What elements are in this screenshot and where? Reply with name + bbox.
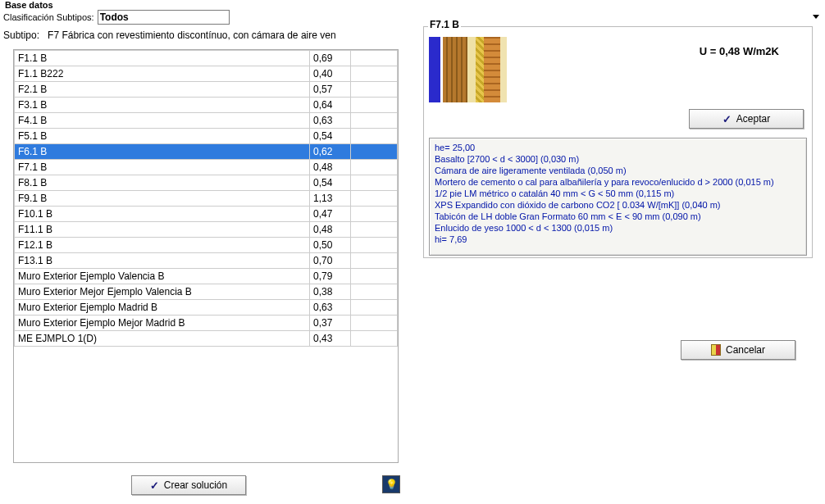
row-name: F3.1 B	[15, 98, 310, 113]
table-row[interactable]: F5.1 B0,54	[15, 129, 398, 144]
row-value: 0,54	[310, 175, 351, 191]
table-row[interactable]: Muro Exterior Ejemplo Mejor Madrid B0,37	[15, 316, 398, 331]
subtipo-text: F7 Fábrica con revestimiento discontínuo…	[48, 30, 336, 41]
row-value: 0,63	[310, 113, 351, 129]
row-value: 0,48	[310, 222, 351, 238]
table-row[interactable]: F4.1 B0,63	[15, 113, 398, 129]
aceptar-label: Aceptar	[736, 113, 770, 125]
table-row[interactable]: F11.1 B0,48	[15, 222, 398, 238]
row-name: Muro Exterior Ejemplo Valencia B	[15, 269, 310, 284]
table-row[interactable]: F8.1 B0,54	[15, 175, 398, 191]
table-row[interactable]: Muro Exterior Mejor Ejemplo Valencia B0,…	[15, 284, 398, 300]
wall-section-thumbnail	[429, 37, 507, 102]
table-row[interactable]: F9.1 B1,13	[15, 191, 398, 207]
row-name: Muro Exterior Ejemplo Mejor Madrid B	[15, 316, 310, 331]
layer-line: XPS Expandido con dióxido de carbono CO2…	[435, 199, 801, 211]
lightbulb-icon: 💡	[385, 479, 398, 490]
row-name: F6.1 B	[15, 144, 310, 160]
layer-line: Cámara de aire ligeramente ventilada (0,…	[435, 165, 801, 176]
detail-title: F7.1 B	[428, 19, 461, 30]
layer-line: Tabicón de LH doble Gran Formato 60 mm <…	[435, 211, 801, 222]
layer-line: 1/2 pie LM métrico o catalán 40 mm < G <…	[435, 188, 801, 199]
row-name: F8.1 B	[15, 175, 310, 191]
row-value: 0,62	[310, 144, 351, 160]
row-value: 0,54	[310, 129, 351, 144]
cancelar-label: Cancelar	[726, 344, 765, 356]
row-value: 0,43	[310, 331, 351, 347]
table-row[interactable]: F1.1 B2220,40	[15, 66, 398, 82]
row-value: 0,47	[310, 207, 351, 222]
table-row[interactable]: F2.1 B0,57	[15, 82, 398, 98]
row-name: F9.1 B	[15, 191, 310, 207]
clasif-select[interactable]	[98, 10, 230, 25]
layer-line: he= 25,00	[435, 142, 801, 153]
table-row[interactable]: F1.1 B0,69	[15, 51, 398, 66]
row-name: Muro Exterior Mejor Ejemplo Valencia B	[15, 284, 310, 300]
layer-line: hi= 7,69	[435, 234, 801, 245]
row-value: 0,37	[310, 316, 351, 331]
table-row[interactable]: F13.1 B0,70	[15, 253, 398, 269]
row-value: 0,79	[310, 269, 351, 284]
row-value: 0,57	[310, 82, 351, 98]
row-name: F1.1 B222	[15, 66, 310, 82]
row-value: 0,38	[310, 284, 351, 300]
cancelar-button[interactable]: Cancelar	[681, 340, 795, 360]
table-row[interactable]: F6.1 B0,62	[15, 144, 398, 160]
row-name: F4.1 B	[15, 113, 310, 129]
aceptar-button[interactable]: Aceptar	[689, 109, 804, 129]
row-name: F5.1 B	[15, 129, 310, 144]
row-name: F2.1 B	[15, 82, 310, 98]
check-icon	[722, 113, 732, 125]
row-name: F12.1 B	[15, 238, 310, 253]
layer-line: Enlucido de yeso 1000 < d < 1300 (0,015 …	[435, 222, 801, 234]
row-value: 1,13	[310, 191, 351, 207]
layer-line: Mortero de cemento o cal para albañilerí…	[435, 176, 801, 188]
row-value: 0,69	[310, 51, 351, 66]
table-row[interactable]: F12.1 B0,50	[15, 238, 398, 253]
u-value: U = 0,48 W/m2K	[700, 45, 779, 57]
table-row[interactable]: F10.1 B0,47	[15, 207, 398, 222]
row-name: F1.1 B	[15, 51, 310, 66]
row-name: F7.1 B	[15, 160, 310, 175]
row-value: 0,63	[310, 300, 351, 316]
groupbox-title: Base datos	[3, 0, 55, 10]
solutions-table[interactable]: F1.1 B0,69F1.1 B2220,40F2.1 B0,57F3.1 B0…	[13, 49, 399, 463]
layers-textbox[interactable]: he= 25,00Basalto [2700 < d < 3000] (0,03…	[429, 138, 807, 256]
detail-frame: U = 0,48 W/m2K Aceptar he= 25,00Basalto …	[423, 26, 813, 258]
hint-button[interactable]: 💡	[382, 475, 400, 493]
table-row[interactable]: F7.1 B0,48	[15, 160, 398, 175]
door-icon	[711, 344, 721, 356]
table-row[interactable]: F3.1 B0,64	[15, 98, 398, 113]
row-name: F10.1 B	[15, 207, 310, 222]
row-value: 0,70	[310, 253, 351, 269]
row-value: 0,50	[310, 238, 351, 253]
row-value: 0,48	[310, 160, 351, 175]
row-name: Muro Exterior Ejemplo Madrid B	[15, 300, 310, 316]
crear-label: Crear solución	[164, 479, 227, 491]
check-icon	[150, 479, 159, 492]
crear-solucion-button[interactable]: Crear solución	[131, 475, 246, 495]
row-name: ME EJMPLO 1(D)	[15, 331, 310, 347]
row-name: F13.1 B	[15, 253, 310, 269]
row-value: 0,40	[310, 66, 351, 82]
table-row[interactable]: ME EJMPLO 1(D)0,43	[15, 331, 398, 347]
subtipo-description: Subtipo: F7 Fábrica con revestimiento di…	[3, 30, 423, 41]
detail-panel: F7.1 B U = 0,48 W/m2K Aceptar he= 25,00B…	[423, 20, 813, 258]
layer-line: Basalto [2700 < d < 3000] (0,030 m)	[435, 153, 801, 165]
table-row[interactable]: Muro Exterior Ejemplo Madrid B0,63	[15, 300, 398, 316]
table-row[interactable]: Muro Exterior Ejemplo Valencia B0,79	[15, 269, 398, 284]
row-name: F11.1 B	[15, 222, 310, 238]
row-value: 0,64	[310, 98, 351, 113]
clasif-label: Clasificación Subtipos:	[3, 12, 94, 22]
subtipo-prefix: Subtipo:	[3, 30, 39, 41]
